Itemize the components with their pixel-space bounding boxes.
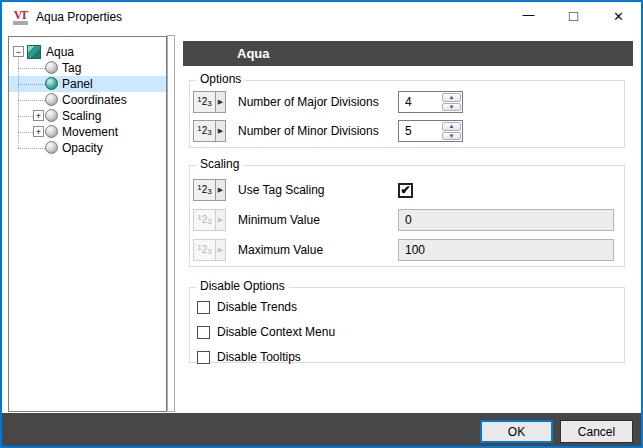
scaling-group-label: Scaling [196,157,243,171]
major-divisions-input[interactable] [399,92,441,112]
expand-expander-icon[interactable]: + [33,126,44,137]
num-sub: 3 [207,248,211,256]
num-sub: 3 [207,218,211,226]
dropdown-arrow-icon: ▶ [215,240,225,260]
tree-node-label[interactable]: Coordinates [62,93,127,107]
spin-up-icon: ▲ [449,123,455,129]
scaling-group: Scaling 123 ▶ Use Tag Scaling ✔ 123 ▶ Mi… [189,165,625,267]
maximize-icon: □ [569,7,578,24]
minimum-value-field [398,209,614,231]
aqua-gauge-icon [27,45,41,59]
sphere-node-icon-green [45,77,58,90]
minor-divisions-spinner[interactable]: ▲ ▼ [398,120,463,142]
title-bar[interactable]: VT Aqua Properties — □ ✕ [2,2,641,31]
window-title: Aqua Properties [36,10,122,24]
tree-node-label[interactable]: Opacity [62,141,103,155]
minimum-value-row: 123 ▶ Minimum Value [193,209,623,231]
expand-expander-icon[interactable]: + [33,110,44,121]
numeric-binding-button-disabled: 123 ▶ [193,239,226,261]
num-sub: 3 [207,100,211,108]
sphere-node-icon [45,61,58,74]
property-tree: − Aqua Tag Panel Coordinates + Scaling +… [8,36,167,412]
minimize-icon: — [523,8,535,22]
dropdown-arrow-icon[interactable]: ▶ [215,92,225,112]
tree-panel-splitter[interactable] [167,35,175,412]
use-tag-scaling-row: 123 ▶ Use Tag Scaling ✔ [193,179,623,201]
window-controls: — □ ✕ [506,2,641,31]
num-sub: 3 [207,129,211,137]
tree-node-label[interactable]: Aqua [46,45,74,59]
numeric-binding-button[interactable]: 123 ▶ [193,91,226,113]
use-tag-scaling-checkbox[interactable]: ✔ [398,183,413,198]
sphere-node-icon [45,93,58,106]
minor-divisions-input[interactable] [399,121,441,141]
numeric-binding-button-disabled: 123 ▶ [193,209,226,231]
dropdown-arrow-icon[interactable]: ▶ [215,180,225,200]
options-group: Options 123 ▶ Number of Major Divisions … [189,80,625,148]
num-sub: 3 [207,188,211,196]
tree-node-label[interactable]: Tag [62,61,81,75]
vt-logo-text: VT [14,9,27,21]
panel-header-bar: Aqua [183,41,633,66]
spinner-down-button[interactable]: ▼ [442,132,461,141]
maximum-value-label: Maximum Value [238,243,323,257]
tree-node-label[interactable]: Scaling [62,109,101,123]
spinner-up-button[interactable]: ▲ [442,93,461,102]
collapse-expander-icon[interactable]: − [13,46,24,57]
tree-node-opacity[interactable]: Opacity [9,140,166,156]
disable-tooltips-checkbox[interactable] [197,351,210,364]
dropdown-arrow-icon[interactable]: ▶ [215,121,225,141]
minimize-button[interactable]: — [506,2,551,31]
disable-options-group: Disable Options Disable Trends Disable C… [189,287,625,363]
spinner-down-button[interactable]: ▼ [442,103,461,112]
panel-header-title: Aqua [237,46,270,61]
major-divisions-spinner[interactable]: ▲ ▼ [398,91,463,113]
major-divisions-label: Number of Major Divisions [238,95,379,109]
spin-down-icon: ▼ [449,133,455,139]
numeric-123-icon: 123 [194,240,215,260]
use-tag-scaling-label: Use Tag Scaling [238,183,325,197]
numeric-binding-button[interactable]: 123 ▶ [193,179,226,201]
tree-node-tag[interactable]: Tag [9,60,166,76]
spin-down-icon: ▼ [449,104,455,110]
numeric-123-icon: 123 [194,180,215,200]
tree-node-movement[interactable]: + Movement [9,124,166,140]
disable-trends-checkbox[interactable] [197,301,210,314]
check-icon: ✔ [400,184,410,196]
spin-up-icon: ▲ [449,94,455,100]
ok-button[interactable]: OK [480,420,553,443]
spinner-buttons: ▲ ▼ [441,92,462,112]
disable-tooltips-row: Disable Tooltips [197,349,301,365]
numeric-123-icon: 123 [194,210,215,230]
tree-node-scaling[interactable]: + Scaling [9,108,166,124]
vt-app-icon: VT [11,9,29,25]
minor-divisions-label: Number of Minor Divisions [238,124,379,138]
major-divisions-row: 123 ▶ Number of Major Divisions ▲ ▼ [193,91,623,113]
tree-node-label[interactable]: Panel [62,77,93,91]
sphere-node-icon [45,125,58,138]
tree-node-label[interactable]: Movement [62,125,118,139]
disable-context-menu-row: Disable Context Menu [197,324,335,340]
spinner-up-button[interactable]: ▲ [442,122,461,131]
maximum-value-field [398,239,614,261]
minimum-value-label: Minimum Value [238,213,320,227]
vt-logo-base [13,21,28,25]
numeric-binding-button[interactable]: 123 ▶ [193,120,226,142]
sphere-node-icon [45,109,58,122]
maximum-value-row: 123 ▶ Maximum Value [193,239,623,261]
footer-bar: OK Cancel [2,413,641,446]
tree-node-coordinates[interactable]: Coordinates [9,92,166,108]
tree-node-panel-selected[interactable]: Panel [9,76,166,92]
options-group-label: Options [196,72,245,86]
tree-node-aqua-root[interactable]: − Aqua [9,44,166,60]
cancel-button[interactable]: Cancel [560,420,633,443]
dropdown-arrow-icon: ▶ [215,210,225,230]
close-button[interactable]: ✕ [596,2,641,31]
disable-trends-row: Disable Trends [197,299,297,315]
maximize-button[interactable]: □ [551,2,596,31]
disable-context-menu-checkbox[interactable] [197,326,210,339]
disable-trends-label: Disable Trends [217,300,297,314]
disable-options-group-label: Disable Options [196,279,289,293]
sphere-node-icon [45,141,58,154]
close-icon: ✕ [613,9,624,24]
